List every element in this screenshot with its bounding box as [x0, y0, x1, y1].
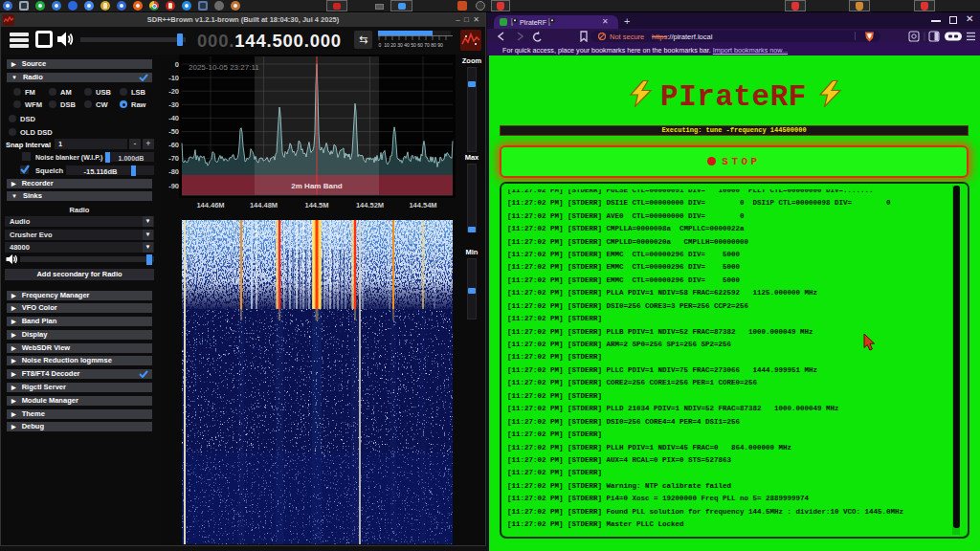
svg-text:0: 0: [175, 60, 179, 69]
svg-text:144.48M: 144.48M: [250, 201, 278, 209]
svg-text:-80: -80: [168, 167, 179, 176]
svg-text:-20: -20: [168, 87, 179, 96]
svg-text:144.54M: 144.54M: [409, 201, 436, 209]
svg-text:-30: -30: [168, 100, 179, 109]
svg-text:2m Ham Band: 2m Ham Band: [291, 182, 342, 190]
svg-text:144.46M: 144.46M: [196, 201, 224, 209]
svg-text:-50: -50: [168, 127, 179, 136]
svg-text:-60: -60: [168, 141, 179, 149]
svg-text:-90: -90: [168, 182, 179, 190]
svg-text:2025-10-05 23:27:11: 2025-10-05 23:27:11: [189, 63, 259, 72]
svg-text:144.52M: 144.52M: [356, 201, 384, 209]
svg-text:144.5M: 144.5M: [304, 201, 328, 209]
svg-text:-70: -70: [168, 154, 179, 163]
svg-text:-40: -40: [168, 114, 179, 122]
svg-text:-10: -10: [168, 74, 179, 82]
